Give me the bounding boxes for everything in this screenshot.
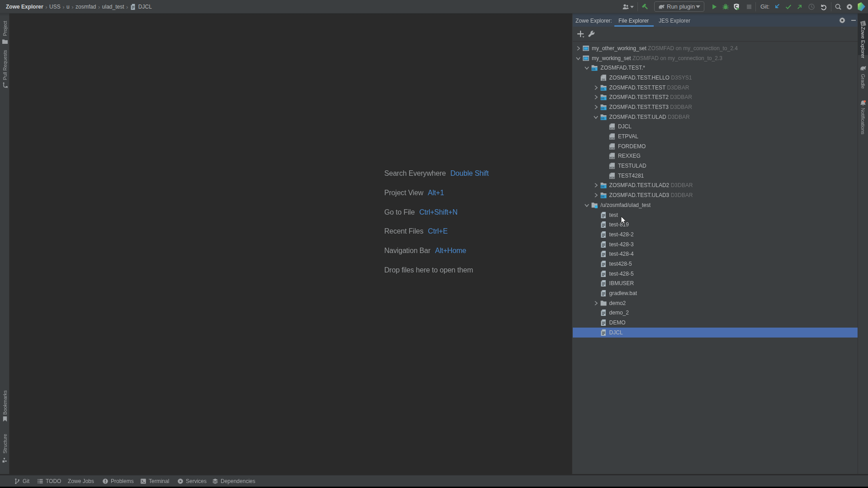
svg-text:MEM: MEM [609,147,614,150]
svg-text:DS: DS [601,195,604,198]
svg-text:DS: DS [592,68,595,70]
svg-text:DS: DS [601,107,604,110]
svg-text:DS: DS [601,117,604,120]
svg-text:DS: DS [601,186,604,188]
svg-text:MEM: MEM [609,137,614,140]
svg-text:MEM: MEM [609,177,614,179]
svg-text:MEM: MEM [609,128,614,130]
svg-text:DS: DS [602,78,605,81]
svg-text:DS: DS [601,97,604,100]
svg-text:DS: DS [601,88,604,90]
svg-text:MEM: MEM [609,167,614,169]
svg-text:MEM: MEM [609,157,614,160]
